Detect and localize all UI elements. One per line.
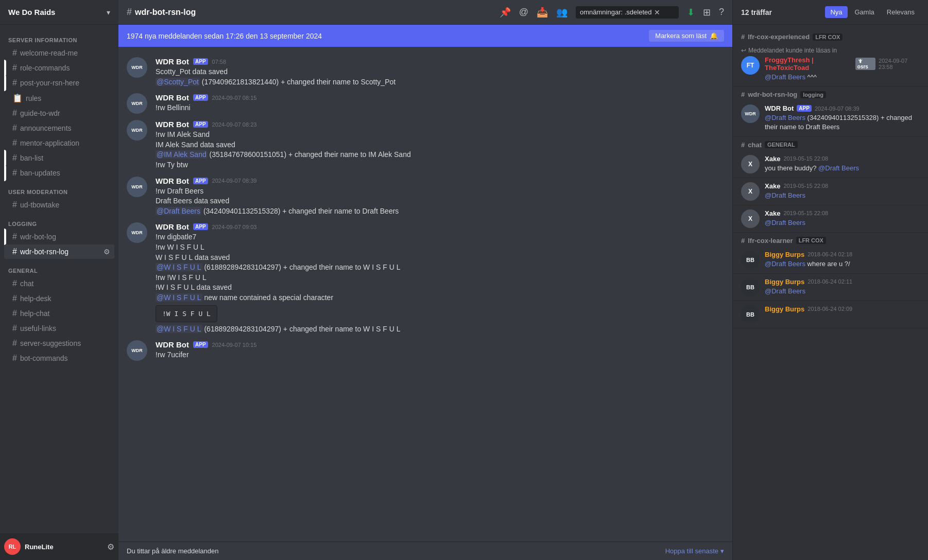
result-message-content: Xake 2019-05-15 22:08 @Draft Beers	[765, 209, 920, 227]
sidebar-item-ban-updates[interactable]: #ban-updates	[4, 166, 114, 180]
header-actions: 📌 @ 📥 👥 ✕ ⬇ ⊞ ?	[500, 6, 724, 19]
search-result-item: X Xake 2019-05-15 22:08 @Draft Beers	[733, 178, 928, 205]
pin-icon[interactable]: 📌	[500, 7, 511, 18]
sidebar-item-guide-to-wdr[interactable]: #guide-to-wdr	[4, 106, 114, 120]
message-time: 2024-09-07 10:15	[212, 342, 257, 348]
mention: @Draft Beers	[765, 219, 805, 226]
mention: @Draft Beers	[765, 287, 805, 295]
channel-hash-icon: #	[12, 200, 17, 209]
message-content: WDR Bot APP 2024-09-07 08:15 !rw Bellinn…	[156, 93, 724, 114]
mention: @Scotty_Pot	[156, 78, 200, 86]
result-avatar: WDR	[741, 104, 760, 123]
search-bar[interactable]: ✕	[576, 6, 679, 19]
mark-as-read-label: Markera som läst	[655, 32, 707, 40]
tab-gamla[interactable]: Gamla	[850, 6, 880, 18]
sidebar-item-welcome-read-me[interactable]: #welcome-read-me	[4, 46, 114, 60]
message-text: !rw IM Alek Sand	[156, 130, 724, 140]
search-input[interactable]	[580, 8, 652, 16]
sidebar-item-ban-list[interactable]: #ban-list	[4, 151, 114, 165]
sidebar-item-role-commands[interactable]: #role-commands	[4, 61, 114, 75]
server-header[interactable]: We Do Raids ▾	[0, 0, 118, 25]
popout-icon[interactable]: ⊞	[703, 7, 711, 18]
channel-name: welcome-read-me	[20, 49, 110, 57]
sidebar-item-mentor-application[interactable]: #mentor-application	[4, 136, 114, 150]
avatar: WDR	[127, 177, 147, 197]
app-badge: APP	[193, 223, 208, 230]
sidebar-item-chat[interactable]: #chat	[4, 276, 114, 291]
tab-relevans[interactable]: Relevans	[882, 6, 920, 18]
help-icon[interactable]: ?	[719, 7, 724, 18]
channel-hash-icon: #	[12, 124, 17, 133]
result-message-row: X Xake 2019-05-15 22:08 you there buddy?…	[741, 155, 920, 173]
right-scroll: # lfr-cox-experienced LFR COX ↩ Meddelan…	[733, 25, 928, 560]
result-text: you there buddy? @Draft Beers	[765, 164, 920, 173]
result-author: Biggy Burps 2018-06-24 02:11	[765, 278, 920, 286]
chevron-down-icon: ▾	[720, 547, 724, 555]
tab-nya[interactable]: Nya	[825, 6, 847, 18]
hash-icon: #	[741, 237, 745, 244]
message-text-2: @Scotty_Pot (179409621813821440) + chang…	[156, 77, 724, 87]
sidebar-item-help-chat[interactable]: #help-chat	[4, 306, 114, 321]
inbox-icon[interactable]: 📥	[537, 7, 548, 18]
result-time: 2018-06-24 02:18	[807, 251, 852, 257]
message-header: WDR Bot APP 2024-09-07 08:39	[156, 177, 724, 185]
mark-as-read-button[interactable]: Markera som läst 🔔	[649, 30, 724, 42]
avatar: WDR	[127, 93, 147, 114]
search-result-item: BB Biggy Burps 2018-06-24 02:18 @Draft B…	[733, 247, 928, 274]
result-time: 2024-09-07 23:58	[879, 58, 920, 70]
app-badge: APP	[193, 121, 208, 128]
app-badge: APP	[193, 341, 208, 348]
members-icon[interactable]: 👥	[556, 7, 568, 18]
sidebar-item-post-your-rsn-here[interactable]: #post-your-rsn-here	[4, 76, 114, 90]
result-time: 2018-06-24 02:09	[807, 306, 852, 312]
jump-to-latest-button[interactable]: Hoppa till senaste ▾	[665, 547, 724, 555]
sidebar-item-rules[interactable]: 📋rules	[4, 91, 114, 106]
sidebar-item-server-suggestions[interactable]: #server-suggestions	[4, 336, 114, 351]
new-messages-banner: 1974 nya meddelanden sedan 17:26 den 13 …	[118, 25, 732, 47]
search-clear-icon[interactable]: ✕	[654, 8, 660, 16]
app-badge: APP	[797, 105, 812, 112]
sidebar-item-useful-links[interactable]: #useful-links	[4, 321, 114, 336]
result-text: @Draft Beers	[765, 287, 920, 296]
right-panel: 12 träffar Nya Gamla Relevans # lfr-cox-…	[732, 0, 928, 560]
result-channel-name: chat	[748, 141, 762, 149]
sidebar-item-help-desk[interactable]: #help-desk	[4, 291, 114, 306]
unread-dot	[4, 229, 6, 245]
message-group: WDR WDR Bot APP 2024-09-07 08:23 !rw IM …	[118, 118, 732, 172]
result-reply: ↩ Meddelandet kunde inte läsas in	[741, 47, 920, 54]
mention: @Draft Beers	[765, 73, 805, 81]
category-logging: LOGGING#wdr-bot-log#wdr-bot-rsn-log⚙	[0, 213, 118, 259]
result-author-name: FroggyThresh | TheToxicToad	[765, 56, 852, 72]
sidebar-item-announcements[interactable]: #announcements	[4, 121, 114, 135]
message-time: 2024-09-07 08:15	[212, 95, 257, 101]
mention: @W I S F U L	[156, 325, 202, 333]
result-message-row: BB Biggy Burps 2018-06-24 02:18 @Draft B…	[741, 251, 920, 269]
mention-icon[interactable]: @	[519, 7, 528, 18]
sidebar-item-ud-tbowtake[interactable]: #ud-tbowtake	[4, 198, 114, 212]
result-text: @Draft Beers	[765, 191, 920, 200]
message-text: @W I S F U L (618892894283104297) + chan…	[156, 324, 724, 335]
mention: @Draft Beers	[156, 207, 201, 215]
message-text: !rw W I S F U L	[156, 242, 724, 253]
sidebar-item-wdr-bot-log[interactable]: #wdr-bot-log	[4, 230, 114, 244]
message-text: @W I S F U L (618892894283104297) + chan…	[156, 262, 724, 273]
user-settings-icon[interactable]: ⚙	[107, 542, 114, 552]
channel-hash-icon: #	[12, 48, 17, 58]
manage-icon[interactable]: ⚙	[104, 248, 110, 256]
sidebar-item-wdr-bot-rsn-log[interactable]: #wdr-bot-rsn-log⚙	[4, 244, 114, 259]
message-author: WDR Bot	[156, 120, 189, 129]
channel-name: server-suggestions	[20, 339, 110, 347]
message-time: 2024-09-07 08:39	[212, 178, 257, 184]
result-author: Xake 2019-05-15 22:08	[765, 155, 920, 163]
message-group: WDR WDR Bot APP 2024-09-07 10:15 !rw 7uc…	[118, 338, 732, 363]
sidebar-item-bot-commands[interactable]: #bot-commands	[4, 351, 114, 365]
message-content: WDR Bot APP 2024-09-07 08:23 !rw IM Alek…	[156, 120, 724, 170]
message-text: @W I S F U L new name contained a specia…	[156, 293, 724, 303]
result-time: 2018-06-24 02:11	[807, 278, 852, 285]
result-author-name: Xake	[765, 155, 780, 163]
download-icon[interactable]: ⬇	[687, 7, 695, 18]
result-text: @Draft Beers ^^^	[765, 73, 920, 82]
sidebar-scroll: SERVER INFORMATION#welcome-read-me#role-…	[0, 25, 118, 533]
result-avatar: X	[741, 155, 760, 173]
result-avatar: BB	[741, 251, 760, 269]
